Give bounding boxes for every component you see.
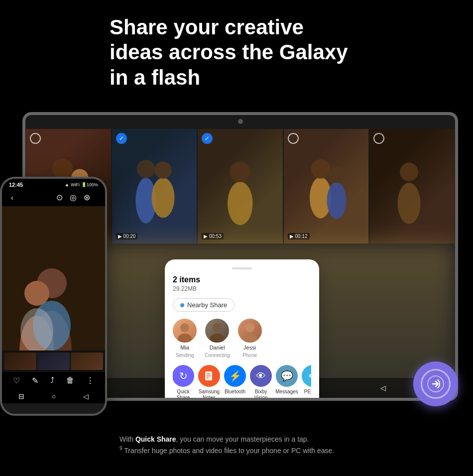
phone-status-bar: 12:45 ▲ WiFi 🔋100%	[2, 179, 105, 189]
quick-share-icon: ↻	[173, 365, 194, 387]
svg-point-15	[400, 163, 419, 181]
svg-point-16	[180, 323, 189, 332]
app-samsung-notes-label: SamsungNotes	[199, 389, 220, 398]
app-quick-share[interactable]: ↻ Quick Share	[173, 365, 194, 398]
phone-bottom-nav: ⊟ ○ ◁	[2, 389, 105, 403]
phone-screen: 12:45 ▲ WiFi 🔋100% ‹ ⊙ ◎ ⊛	[2, 179, 105, 414]
app-quick-share-label: Quick Share	[173, 389, 194, 398]
quick-share-circle-button[interactable]	[413, 361, 458, 406]
phone-settings-icon[interactable]: ⊛	[84, 193, 90, 202]
nearby-share-button[interactable]: Nearby Share	[173, 298, 235, 312]
avatar-daniel	[205, 319, 229, 343]
app-penup-label: PENUP	[304, 389, 311, 395]
photo-duration-4: ▶ 00:12	[288, 233, 310, 239]
wifi-icon: WiFi	[71, 182, 80, 187]
svg-point-20	[245, 323, 254, 332]
battery-icon: 🔋100%	[81, 182, 98, 187]
svg-point-8	[228, 182, 253, 225]
phone-share-icon[interactable]: ⤴	[50, 376, 54, 385]
phone-actions: ♡ ✎ ⤴ 🗑 ⋮	[2, 372, 105, 389]
thumb-2[interactable]	[37, 353, 70, 370]
phone-delete-icon[interactable]: 🗑	[66, 376, 74, 385]
svg-point-6	[151, 178, 174, 218]
phone-nav-home[interactable]: ○	[52, 392, 56, 400]
svg-point-11	[311, 159, 330, 179]
signal-icon: ▲	[65, 182, 69, 187]
phone-nav-back[interactable]: ⊟	[18, 392, 24, 400]
app-bluetooth-label: Bluetooth	[225, 389, 245, 395]
person-mia-status: Sending	[176, 353, 194, 358]
bottom-text-suffix: , you can move your masterpieces in a ta…	[176, 435, 309, 443]
svg-point-21	[243, 334, 257, 343]
hero-heading: Share your creative ideas across the Gal…	[110, 15, 348, 90]
svg-point-18	[213, 323, 222, 332]
heading-line-1: Share your creative	[110, 15, 348, 40]
modal-handle	[232, 267, 252, 269]
photo-cell-3[interactable]: ✓ ▶ 00:53	[198, 129, 283, 243]
phone-edit-icon[interactable]: ✎	[32, 376, 38, 385]
tablet-recents-icon[interactable]: ◁	[380, 384, 386, 392]
person-jessi-name: Jessi	[243, 345, 256, 351]
svg-point-13	[329, 167, 345, 183]
phone-main-photo	[2, 206, 105, 351]
app-bluetooth[interactable]: ⚡ Bluetooth	[225, 365, 245, 398]
phone-back-icon[interactable]: ‹	[11, 194, 13, 202]
phone-time: 12:45	[9, 182, 23, 188]
app-samsung-notes[interactable]: SamsungNotes	[199, 365, 220, 398]
app-messages-label: Messages	[275, 389, 298, 395]
svg-point-9	[230, 162, 250, 182]
person-mia[interactable]: Mia Sending	[173, 319, 197, 358]
person-jessi-status: Phone	[242, 353, 257, 358]
bixby-icon: 👁	[250, 365, 272, 387]
bottom-text-prefix: With	[119, 435, 135, 443]
photo-duration-2: ▶ 00:20	[116, 233, 138, 239]
app-penup[interactable]: ✏ PENUP	[302, 365, 311, 398]
tablet-camera	[238, 119, 243, 124]
phone-thumbnails	[2, 351, 105, 372]
people-row: Mia Sending Daniel Connecting	[173, 319, 311, 358]
share-modal-size: 29.22MB	[173, 285, 311, 292]
photo-cell-5[interactable]	[369, 129, 455, 243]
phone-more-icon[interactable]: ⋮	[86, 376, 94, 385]
svg-point-1	[52, 159, 73, 179]
phone-top-nav: ‹ ⊙ ◎ ⊛	[2, 189, 105, 206]
thumb-1[interactable]	[4, 353, 36, 370]
quick-share-circle-inner	[421, 369, 451, 399]
bluetooth-icon: ⚡	[224, 365, 246, 387]
apps-row: ↻ Quick Share SamsungNotes ⚡ Bluetooth 👁…	[173, 365, 311, 398]
phone-device: 12:45 ▲ WiFi 🔋100% ‹ ⊙ ◎ ⊛	[0, 177, 107, 416]
app-bixby-vision[interactable]: 👁 Bixby Vision	[250, 365, 271, 398]
svg-point-12	[327, 182, 346, 219]
phone-crop-icon[interactable]: ⊙	[56, 193, 63, 202]
share-modal: 2 items 29.22MB Nearby Share Mia Sending	[165, 259, 319, 398]
photo-duration-3: ▶ 00:53	[202, 233, 224, 239]
thumb-3[interactable]	[71, 353, 103, 370]
bottom-description: With Quick Share, you can move your mast…	[119, 434, 334, 456]
messages-icon: 💬	[276, 365, 298, 387]
footnote-text: Transfer huge photos and video files to …	[122, 447, 335, 455]
person-daniel-name: Daniel	[210, 345, 225, 351]
brand-name: Quick Share	[135, 435, 176, 443]
phone-eye-icon[interactable]: ◎	[70, 193, 77, 202]
samsung-notes-icon	[198, 365, 220, 387]
phone-heart-icon[interactable]: ♡	[13, 376, 20, 385]
phone-status-icons: ▲ WiFi 🔋100%	[65, 182, 98, 187]
photo-cell-2[interactable]: ✓ ▶ 00:20	[112, 129, 197, 243]
person-mia-name: Mia	[180, 345, 189, 351]
heading-line-2: ideas across the Galaxy	[110, 40, 348, 65]
svg-point-5	[136, 160, 155, 178]
app-bixby-label: Bixby Vision	[250, 389, 271, 398]
penup-icon: ✏	[302, 365, 311, 387]
svg-point-7	[154, 162, 172, 179]
person-daniel[interactable]: Daniel Connecting	[205, 319, 230, 358]
avatar-jessi	[238, 319, 262, 343]
share-modal-title: 2 items	[173, 275, 311, 284]
person-daniel-status: Connecting	[205, 353, 230, 358]
heading-line-3: in a flash	[110, 65, 348, 90]
svg-point-14	[398, 183, 421, 224]
phone-action-icons: ⊙ ◎ ⊛	[50, 192, 96, 203]
phone-nav-recents[interactable]: ◁	[83, 392, 89, 400]
photo-cell-4[interactable]: ▶ 00:12	[284, 129, 369, 243]
app-messages[interactable]: 💬 Messages	[276, 365, 297, 398]
person-jessi[interactable]: Jessi Phone	[238, 319, 262, 358]
